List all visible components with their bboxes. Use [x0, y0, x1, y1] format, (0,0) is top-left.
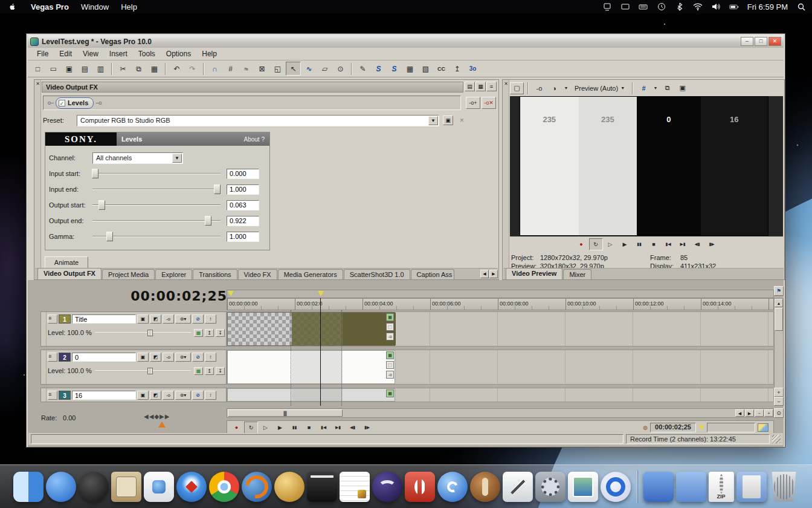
input-start-value[interactable]	[227, 169, 259, 179]
output-start-value[interactable]	[227, 200, 259, 210]
track-fx-button[interactable]: -o	[163, 314, 174, 324]
quantize-to-frames-button[interactable]: #	[223, 62, 238, 76]
fade-in-icon[interactable]: ↥	[205, 367, 214, 375]
menu-options[interactable]: Options	[161, 48, 196, 59]
automation-settings-button[interactable]: ⊛▾	[175, 353, 191, 362]
scroll-left-icon[interactable]: ◀	[735, 409, 744, 417]
compositing-mode-button[interactable]: ◩	[150, 391, 161, 400]
horizontal-scrollbar[interactable]: ▐▌ ◀ ▶ − +	[227, 408, 774, 418]
previous-frame-button[interactable]: ◀▮	[346, 422, 359, 434]
input-end-value[interactable]	[227, 184, 259, 195]
cut-button[interactable]: ✂	[115, 62, 130, 76]
automation-settings-button[interactable]: ⊛▾	[175, 391, 191, 400]
upload-to-web-button[interactable]: ↥	[450, 62, 465, 76]
cursor-timecode-display[interactable]: 00:00:02;25	[82, 288, 227, 304]
apple-menu-icon[interactable]	[8, 3, 16, 11]
dock-preview-icon[interactable]	[568, 472, 598, 502]
selection-length-field[interactable]	[707, 423, 755, 432]
mute-button[interactable]: ⊘	[192, 314, 204, 324]
about-link[interactable]: About ?	[244, 136, 265, 143]
time-ruler[interactable]: 00:00:00:00 00:00:02:0 00:00:04:00 00:00…	[227, 298, 774, 310]
tab-video-preview[interactable]: Video Preview	[506, 268, 562, 279]
bluetooth-icon[interactable]	[675, 2, 685, 11]
project-properties-button[interactable]: ▥	[93, 62, 108, 76]
tab-caption-assistant[interactable]: Caption Ass	[411, 269, 454, 279]
copy-snapshot-button[interactable]: ⧉	[660, 82, 674, 94]
slider-thumb[interactable]	[214, 184, 221, 194]
script-editor-button[interactable]: S	[371, 62, 386, 76]
input-end-slider[interactable]	[92, 184, 221, 195]
maximize-button[interactable]: □	[755, 37, 767, 46]
sync-status-icon[interactable]	[602, 2, 612, 11]
stop-button[interactable]: ■	[302, 422, 316, 434]
track-height-zoom-in-icon[interactable]: +	[774, 388, 784, 397]
go-to-start-button[interactable]: ▮◀	[317, 422, 330, 434]
play-from-start-button[interactable]: ▷	[604, 238, 617, 250]
tab-media-generators[interactable]: Media Generators	[278, 269, 343, 279]
track-drag-grip[interactable]	[41, 388, 47, 402]
play-button[interactable]: ▶	[273, 422, 287, 434]
volume-icon[interactable]	[711, 2, 721, 11]
gamma-value[interactable]	[227, 232, 259, 242]
save-preset-icon[interactable]: ▣	[443, 116, 453, 125]
zoom-edit-tool-button[interactable]: ⊙	[333, 62, 348, 76]
loop-playback-button[interactable]: ↻	[589, 238, 603, 250]
tab-transitions[interactable]: Transitions	[193, 269, 237, 279]
dock-chrome-icon[interactable]	[209, 472, 239, 502]
slider-thumb[interactable]	[92, 169, 98, 178]
track-motion-button[interactable]: ▣	[137, 314, 149, 324]
video-output-fx-button[interactable]: -o	[532, 82, 546, 94]
slider-thumb[interactable]	[106, 232, 113, 241]
level-slider[interactable]	[95, 366, 191, 375]
dock-terminal-icon[interactable]	[307, 472, 337, 502]
close-panel-icon[interactable]: ✕	[35, 81, 40, 87]
play-button[interactable]: ▶	[618, 238, 632, 250]
menu-help[interactable]: Help	[196, 48, 222, 59]
event-fx-icon[interactable]: -o	[386, 333, 394, 340]
edit-cursor[interactable]	[320, 298, 321, 406]
dock-quicktime-icon[interactable]	[601, 472, 631, 502]
track-fx-button[interactable]: -o	[163, 353, 174, 362]
cursor-marker[interactable]	[318, 291, 324, 296]
rate-marker-icon[interactable]	[158, 422, 166, 428]
dock-zip-archive-icon[interactable]: ZIP	[709, 472, 734, 502]
open-project-button[interactable]: ▭	[46, 62, 61, 76]
solo-button[interactable]: !	[205, 391, 216, 400]
tab-explorer[interactable]: Explorer	[155, 269, 192, 279]
layout-grid-button[interactable]: ▦	[475, 82, 486, 91]
track-content-2[interactable]: ▦ ⬚ -o	[227, 350, 774, 385]
track-motion-button[interactable]: ▣	[137, 391, 149, 400]
envelope-edit-tool-button[interactable]: ∿	[301, 62, 317, 76]
chevron-down-icon[interactable]: ▼	[428, 116, 438, 125]
horizontal-scroll-thumb[interactable]: ▐▌	[228, 409, 343, 417]
track-header-3[interactable]: ≡ 3 ▣ ◩ -o ⊛▾ ⊘ !	[40, 388, 227, 402]
scroll-right-icon[interactable]: ▶	[745, 409, 754, 417]
lock-envelopes-button[interactable]: ⊠	[254, 62, 269, 76]
animate-button[interactable]: Animate	[45, 256, 88, 269]
track-motion-button[interactable]: ▣	[137, 353, 149, 362]
tab-project-media[interactable]: Project Media	[102, 269, 155, 279]
go-to-start-button[interactable]: ▮◀	[662, 238, 675, 250]
enable-snapping-button[interactable]: ∩	[207, 62, 222, 76]
timeline-drag-grip[interactable]	[33, 288, 39, 403]
track-envelope-icon[interactable]: ▦	[194, 329, 203, 337]
compositing-mode-button[interactable]: ◩	[150, 314, 161, 324]
mute-button[interactable]: ⊘	[192, 391, 204, 400]
dock-downloads-folder-icon[interactable]	[736, 472, 767, 502]
fade-out-icon[interactable]: ↧	[216, 329, 225, 337]
tab-scroll-left-icon[interactable]: ◀	[480, 270, 489, 278]
minimize-track-icon[interactable]: ≡	[48, 353, 57, 362]
marker-bar[interactable]	[227, 290, 774, 298]
dock-finder-icon[interactable]	[13, 472, 44, 502]
dock-pages-icon[interactable]	[503, 472, 533, 502]
minimize-button[interactable]: –	[741, 37, 753, 46]
new-project-button[interactable]: □	[30, 62, 45, 76]
track-name-field[interactable]	[72, 391, 136, 400]
input-start-slider[interactable]	[92, 168, 221, 179]
tab-video-output-fx[interactable]: Video Output FX	[37, 268, 102, 279]
run-script-button[interactable]: S	[387, 62, 402, 76]
generated-media-icon[interactable]: ▦	[386, 351, 394, 359]
paint-tool-button[interactable]: ✎	[355, 62, 370, 76]
event-pan-crop-icon[interactable]: ⬚	[386, 323, 394, 331]
solo-button[interactable]: !	[205, 314, 216, 324]
